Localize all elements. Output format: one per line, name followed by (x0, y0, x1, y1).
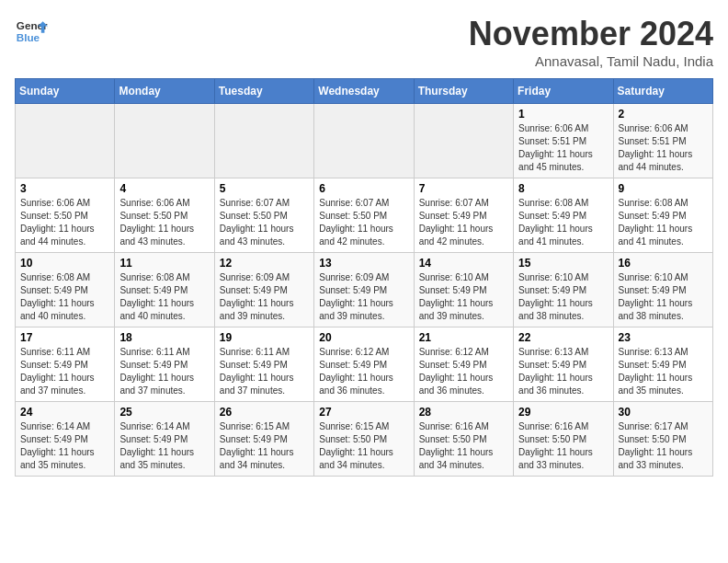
weekday-header: Monday (115, 79, 214, 104)
day-number: 20 (319, 331, 408, 344)
day-number: 19 (220, 331, 309, 344)
calendar-cell: 28Sunrise: 6:16 AM Sunset: 5:50 PM Dayli… (414, 402, 513, 477)
day-number: 17 (20, 331, 109, 344)
day-number: 4 (119, 182, 209, 195)
day-info: Sunrise: 6:15 AM Sunset: 5:49 PM Dayligh… (220, 420, 309, 472)
calendar-cell (314, 104, 414, 178)
day-number: 5 (220, 182, 309, 195)
calendar-cell: 3Sunrise: 6:06 AM Sunset: 5:50 PM Daylig… (16, 178, 115, 253)
calendar-cell: 26Sunrise: 6:15 AM Sunset: 5:49 PM Dayli… (214, 402, 313, 477)
day-number: 1 (518, 108, 608, 121)
title-section: November 2024 Annavasal, Tamil Nadu, Ind… (469, 15, 713, 69)
calendar-week-row: 3Sunrise: 6:06 AM Sunset: 5:50 PM Daylig… (16, 178, 713, 253)
calendar-cell: 19Sunrise: 6:11 AM Sunset: 5:49 PM Dayli… (214, 327, 313, 402)
weekday-header: Wednesday (314, 79, 414, 104)
calendar-cell: 15Sunrise: 6:10 AM Sunset: 5:49 PM Dayli… (514, 253, 613, 327)
calendar-cell: 25Sunrise: 6:14 AM Sunset: 5:49 PM Dayli… (115, 402, 214, 477)
day-number: 18 (119, 331, 209, 344)
calendar-cell: 8Sunrise: 6:08 AM Sunset: 5:49 PM Daylig… (514, 178, 613, 253)
weekday-header: Friday (514, 79, 613, 104)
calendar-cell: 6Sunrise: 6:07 AM Sunset: 5:50 PM Daylig… (314, 178, 414, 253)
calendar-cell: 22Sunrise: 6:13 AM Sunset: 5:49 PM Dayli… (514, 327, 613, 402)
logo: General Blue (15, 15, 48, 48)
day-number: 14 (419, 257, 508, 270)
calendar-cell: 2Sunrise: 6:06 AM Sunset: 5:51 PM Daylig… (613, 104, 712, 178)
calendar-cell: 29Sunrise: 6:16 AM Sunset: 5:50 PM Dayli… (514, 402, 613, 477)
calendar-cell: 5Sunrise: 6:07 AM Sunset: 5:50 PM Daylig… (214, 178, 313, 253)
day-number: 7 (419, 182, 508, 195)
calendar-cell: 14Sunrise: 6:10 AM Sunset: 5:49 PM Dayli… (414, 253, 513, 327)
weekday-header: Tuesday (214, 79, 313, 104)
day-number: 26 (220, 406, 309, 419)
day-number: 11 (119, 257, 209, 270)
day-info: Sunrise: 6:09 AM Sunset: 5:49 PM Dayligh… (220, 271, 309, 323)
day-info: Sunrise: 6:07 AM Sunset: 5:49 PM Dayligh… (419, 197, 508, 248)
day-number: 13 (319, 257, 408, 270)
day-info: Sunrise: 6:12 AM Sunset: 5:49 PM Dayligh… (419, 346, 508, 397)
day-number: 6 (319, 182, 408, 195)
day-info: Sunrise: 6:11 AM Sunset: 5:49 PM Dayligh… (20, 346, 109, 397)
day-info: Sunrise: 6:13 AM Sunset: 5:49 PM Dayligh… (518, 346, 608, 397)
day-info: Sunrise: 6:14 AM Sunset: 5:49 PM Dayligh… (20, 420, 109, 472)
day-number: 12 (220, 257, 309, 270)
day-info: Sunrise: 6:11 AM Sunset: 5:49 PM Dayligh… (119, 346, 209, 397)
page-header: General Blue November 2024 Annavasal, Ta… (15, 15, 713, 69)
day-number: 25 (119, 406, 209, 419)
day-info: Sunrise: 6:06 AM Sunset: 5:50 PM Dayligh… (119, 197, 209, 248)
day-info: Sunrise: 6:09 AM Sunset: 5:49 PM Dayligh… (319, 271, 408, 323)
day-info: Sunrise: 6:08 AM Sunset: 5:49 PM Dayligh… (119, 271, 209, 323)
calendar-cell: 1Sunrise: 6:06 AM Sunset: 5:51 PM Daylig… (514, 104, 613, 178)
calendar-cell (115, 104, 214, 178)
day-info: Sunrise: 6:11 AM Sunset: 5:49 PM Dayligh… (220, 346, 309, 397)
calendar-cell: 12Sunrise: 6:09 AM Sunset: 5:49 PM Dayli… (214, 253, 313, 327)
day-number: 8 (518, 182, 608, 195)
day-number: 29 (518, 406, 608, 419)
calendar-week-row: 1Sunrise: 6:06 AM Sunset: 5:51 PM Daylig… (16, 104, 713, 178)
calendar-cell: 20Sunrise: 6:12 AM Sunset: 5:49 PM Dayli… (314, 327, 414, 402)
day-number: 22 (518, 331, 608, 344)
location: Annavasal, Tamil Nadu, India (469, 53, 713, 69)
calendar-cell (16, 104, 115, 178)
logo-icon: General Blue (15, 15, 48, 48)
day-info: Sunrise: 6:14 AM Sunset: 5:49 PM Dayligh… (119, 420, 209, 472)
calendar-cell: 11Sunrise: 6:08 AM Sunset: 5:49 PM Dayli… (115, 253, 214, 327)
day-number: 2 (619, 108, 708, 121)
calendar-cell: 9Sunrise: 6:08 AM Sunset: 5:49 PM Daylig… (613, 178, 712, 253)
calendar-cell: 13Sunrise: 6:09 AM Sunset: 5:49 PM Dayli… (314, 253, 414, 327)
day-number: 9 (619, 182, 708, 195)
day-info: Sunrise: 6:17 AM Sunset: 5:50 PM Dayligh… (619, 420, 708, 472)
day-number: 27 (319, 406, 408, 419)
weekday-header: Saturday (613, 79, 712, 104)
day-info: Sunrise: 6:16 AM Sunset: 5:50 PM Dayligh… (419, 420, 508, 472)
calendar-body: 1Sunrise: 6:06 AM Sunset: 5:51 PM Daylig… (16, 104, 713, 477)
day-info: Sunrise: 6:08 AM Sunset: 5:49 PM Dayligh… (20, 271, 109, 323)
calendar-cell: 24Sunrise: 6:14 AM Sunset: 5:49 PM Dayli… (16, 402, 115, 477)
day-info: Sunrise: 6:16 AM Sunset: 5:50 PM Dayligh… (518, 420, 608, 472)
day-info: Sunrise: 6:10 AM Sunset: 5:49 PM Dayligh… (619, 271, 708, 323)
day-number: 3 (20, 182, 109, 195)
calendar-table: SundayMondayTuesdayWednesdayThursdayFrid… (15, 78, 713, 477)
day-info: Sunrise: 6:06 AM Sunset: 5:50 PM Dayligh… (20, 197, 109, 248)
month-title: November 2024 (469, 15, 713, 53)
weekday-header: Thursday (414, 79, 513, 104)
calendar-cell: 18Sunrise: 6:11 AM Sunset: 5:49 PM Dayli… (115, 327, 214, 402)
day-info: Sunrise: 6:08 AM Sunset: 5:49 PM Dayligh… (518, 197, 608, 248)
day-info: Sunrise: 6:12 AM Sunset: 5:49 PM Dayligh… (319, 346, 408, 397)
day-info: Sunrise: 6:10 AM Sunset: 5:49 PM Dayligh… (518, 271, 608, 323)
calendar-cell: 30Sunrise: 6:17 AM Sunset: 5:50 PM Dayli… (613, 402, 712, 477)
calendar-cell: 23Sunrise: 6:13 AM Sunset: 5:49 PM Dayli… (613, 327, 712, 402)
day-number: 24 (20, 406, 109, 419)
calendar-cell: 21Sunrise: 6:12 AM Sunset: 5:49 PM Dayli… (414, 327, 513, 402)
day-number: 28 (419, 406, 508, 419)
day-info: Sunrise: 6:06 AM Sunset: 5:51 PM Dayligh… (619, 122, 708, 174)
day-info: Sunrise: 6:08 AM Sunset: 5:49 PM Dayligh… (619, 197, 708, 248)
day-info: Sunrise: 6:06 AM Sunset: 5:51 PM Dayligh… (518, 122, 608, 174)
calendar-cell: 10Sunrise: 6:08 AM Sunset: 5:49 PM Dayli… (16, 253, 115, 327)
day-number: 30 (619, 406, 708, 419)
day-info: Sunrise: 6:07 AM Sunset: 5:50 PM Dayligh… (319, 197, 408, 248)
calendar-week-row: 24Sunrise: 6:14 AM Sunset: 5:49 PM Dayli… (16, 402, 713, 477)
calendar-cell (414, 104, 513, 178)
day-number: 15 (518, 257, 608, 270)
calendar-cell: 16Sunrise: 6:10 AM Sunset: 5:49 PM Dayli… (613, 253, 712, 327)
day-number: 21 (419, 331, 508, 344)
